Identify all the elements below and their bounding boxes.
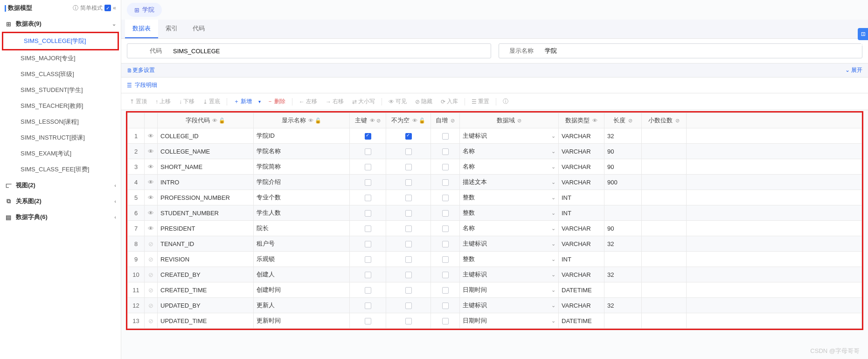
- pk-cell[interactable]: [350, 128, 386, 144]
- checkbox[interactable]: [365, 225, 371, 232]
- field-code-cell[interactable]: COLLEGE_NAME: [158, 144, 254, 159]
- autoinc-cell[interactable]: [431, 159, 460, 175]
- checkbox[interactable]: [405, 241, 412, 247]
- domain-cell[interactable]: 名称⌄: [460, 159, 559, 175]
- checkbox[interactable]: [442, 164, 449, 170]
- table-row[interactable]: 2👁COLLEGE_NAME学院名称名称⌄VARCHAR90: [128, 144, 862, 159]
- name-input[interactable]: [541, 45, 862, 57]
- checkbox[interactable]: [405, 133, 412, 140]
- btn-add-dropdown[interactable]: ▾: [257, 98, 263, 106]
- autoinc-cell[interactable]: [431, 205, 460, 221]
- notnull-cell[interactable]: [386, 190, 431, 205]
- type-cell[interactable]: VARCHAR: [559, 221, 604, 236]
- btn-delete[interactable]: －删除: [264, 96, 289, 107]
- btn-hide[interactable]: ⊘ 隐藏: [411, 96, 436, 107]
- btn-down[interactable]: ↓ 下移: [175, 96, 198, 107]
- checkbox[interactable]: [405, 195, 412, 201]
- pk-cell[interactable]: [350, 144, 386, 159]
- autoinc-cell[interactable]: [431, 144, 460, 159]
- chevron-down-icon[interactable]: ⌄: [551, 287, 556, 293]
- chevron-down-icon[interactable]: ⌄: [551, 225, 556, 232]
- pk-cell[interactable]: [350, 298, 386, 313]
- checkbox[interactable]: [365, 256, 371, 263]
- btn-up[interactable]: ↑ 上移: [152, 96, 174, 107]
- notnull-cell[interactable]: [386, 128, 431, 144]
- autoinc-cell[interactable]: [431, 221, 460, 236]
- checkbox[interactable]: [365, 133, 371, 140]
- pk-cell[interactable]: [350, 313, 386, 329]
- col-length[interactable]: 长度 ⊘: [604, 113, 642, 128]
- tab-code[interactable]: 代码: [185, 20, 212, 38]
- length-cell[interactable]: 32: [604, 267, 642, 282]
- decimal-cell[interactable]: [642, 144, 687, 159]
- chevron-down-icon[interactable]: ⌄: [551, 133, 556, 139]
- domain-cell[interactable]: 整数⌄: [460, 190, 559, 205]
- autoinc-cell[interactable]: [431, 175, 460, 190]
- domain-cell[interactable]: 描述文本⌄: [460, 175, 559, 190]
- pk-cell[interactable]: [350, 175, 386, 190]
- field-code-cell[interactable]: STUDENT_NUMBER: [158, 205, 254, 221]
- checkbox[interactable]: [405, 256, 412, 263]
- field-code-cell[interactable]: REVISION: [158, 252, 254, 267]
- checkbox[interactable]: [365, 272, 371, 278]
- notnull-cell[interactable]: [386, 267, 431, 282]
- checkbox[interactable]: [442, 133, 449, 140]
- checkbox[interactable]: [365, 164, 371, 170]
- length-cell[interactable]: 32: [604, 298, 642, 313]
- decimal-cell[interactable]: [642, 205, 687, 221]
- checkbox[interactable]: [405, 179, 412, 186]
- btn-bottom[interactable]: ⤓ 置底: [199, 96, 224, 107]
- domain-cell[interactable]: 名称⌄: [460, 144, 559, 159]
- chevron-down-icon[interactable]: ⌄: [551, 210, 556, 216]
- pk-cell[interactable]: [350, 252, 386, 267]
- display-name-cell[interactable]: 专业个数: [254, 190, 350, 205]
- pk-cell[interactable]: [350, 205, 386, 221]
- notnull-cell[interactable]: [386, 313, 431, 329]
- type-cell[interactable]: INT: [559, 205, 604, 221]
- field-code-cell[interactable]: SHORT_NAME: [158, 159, 254, 175]
- field-code-cell[interactable]: UPDATED_BY: [158, 298, 254, 313]
- domain-cell[interactable]: 整数⌄: [460, 252, 559, 267]
- notnull-cell[interactable]: [386, 205, 431, 221]
- chevron-down-icon[interactable]: ⌄: [551, 303, 556, 309]
- table-row[interactable]: 10⊘CREATED_BY创建人主键标识⌄VARCHAR32: [128, 267, 862, 282]
- expand-button[interactable]: ⌄ 展开: [845, 66, 862, 74]
- display-name-cell[interactable]: 学院名称: [254, 144, 350, 159]
- notnull-cell[interactable]: [386, 298, 431, 313]
- btn-top[interactable]: ⤒ 置顶: [126, 96, 151, 107]
- type-cell[interactable]: INT: [559, 190, 604, 205]
- length-cell[interactable]: [604, 252, 642, 267]
- chevron-down-icon[interactable]: ⌄: [551, 318, 556, 324]
- type-cell[interactable]: VARCHAR: [559, 128, 604, 144]
- checkbox[interactable]: [365, 318, 371, 324]
- visibility-toggle[interactable]: ⊘: [145, 236, 158, 252]
- table-row[interactable]: 11⊘CREATED_TIME创建时间日期时间⌄DATETIME: [128, 282, 862, 298]
- length-cell[interactable]: 32: [604, 236, 642, 252]
- autoinc-cell[interactable]: [431, 267, 460, 282]
- field-code-cell[interactable]: PROFESSION_NUMBER: [158, 190, 254, 205]
- visibility-toggle[interactable]: ⊘: [145, 267, 158, 282]
- length-cell[interactable]: [604, 190, 642, 205]
- domain-cell[interactable]: 主键标识⌄: [460, 267, 559, 282]
- chevron-down-icon[interactable]: ⌄: [551, 195, 556, 201]
- checkbox[interactable]: [405, 303, 412, 309]
- visibility-toggle[interactable]: 👁: [145, 144, 158, 159]
- field-code-cell[interactable]: COLLEGE_ID: [158, 128, 254, 144]
- display-name-cell[interactable]: 学院介绍: [254, 175, 350, 190]
- display-name-cell[interactable]: 租户号: [254, 236, 350, 252]
- notnull-cell[interactable]: [386, 252, 431, 267]
- table-row[interactable]: 5👁PROFESSION_NUMBER专业个数整数⌄INT: [128, 190, 862, 205]
- autoinc-cell[interactable]: [431, 252, 460, 267]
- col-data-type[interactable]: 数据类型 👁: [559, 113, 604, 128]
- sidebar-group-diagrams[interactable]: ⧉ 关系图(2) ‹: [0, 193, 121, 209]
- btn-right[interactable]: → 右移: [322, 96, 347, 107]
- table-row[interactable]: 8⊘TENANT_ID租户号主键标识⌄VARCHAR32: [128, 236, 862, 252]
- length-cell[interactable]: 900: [604, 175, 642, 190]
- btn-case[interactable]: ⇄ 大小写: [348, 96, 379, 107]
- length-cell[interactable]: [604, 205, 642, 221]
- display-name-cell[interactable]: 创建时间: [254, 282, 350, 298]
- notnull-cell[interactable]: [386, 175, 431, 190]
- checkbox[interactable]: [405, 164, 412, 170]
- length-cell[interactable]: 90: [604, 144, 642, 159]
- decimal-cell[interactable]: [642, 313, 687, 329]
